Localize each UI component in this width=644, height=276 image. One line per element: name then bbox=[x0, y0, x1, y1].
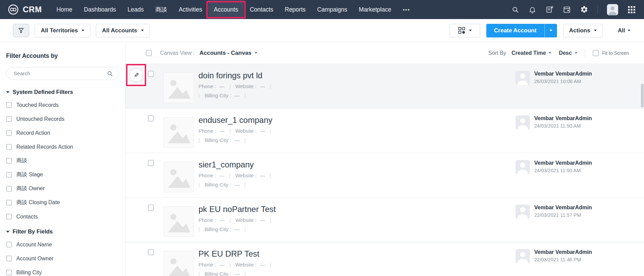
actions-dropdown-button[interactable]: Actions bbox=[563, 24, 603, 37]
sort-field-dropdown[interactable]: Created Time bbox=[511, 50, 551, 56]
notifications-bell-icon[interactable] bbox=[528, 6, 536, 14]
phone-value: — bbox=[220, 173, 225, 178]
list-view-label: All Accounts bbox=[102, 27, 137, 34]
checkbox[interactable] bbox=[6, 256, 12, 261]
filter-account-owner[interactable]: Account Owner bbox=[6, 251, 119, 265]
sort-direction-dropdown[interactable]: Desc bbox=[559, 50, 577, 56]
brand[interactable]: CRM bbox=[7, 0, 42, 19]
filter-shoudan[interactable]: 商談 bbox=[6, 154, 119, 168]
chevron-down-icon bbox=[575, 52, 577, 54]
system-filters-section-header[interactable]: System Defined Filters bbox=[6, 89, 119, 95]
checkbox[interactable] bbox=[6, 186, 12, 192]
vertical-scrollbar[interactable] bbox=[641, 64, 644, 276]
nav-tab-shoudan[interactable]: 商談 bbox=[150, 0, 173, 19]
row-checkbox[interactable] bbox=[148, 249, 154, 255]
nav-tab-activities[interactable]: Activities bbox=[173, 0, 208, 19]
filter-label: Contacts bbox=[16, 214, 38, 220]
checkbox[interactable] bbox=[6, 144, 12, 150]
website-value: — bbox=[260, 128, 265, 134]
filter-by-fields-section-header[interactable]: Filter By Fields bbox=[6, 228, 119, 235]
more-tabs-icon[interactable]: ••• bbox=[397, 0, 416, 19]
filter-shoudan-closing-date[interactable]: 商談 Closing Date bbox=[6, 196, 119, 210]
sort-direction-value: Desc bbox=[559, 50, 572, 56]
account-row[interactable]: pk EU noPartner Test Phone :—| Website :… bbox=[125, 198, 644, 242]
canvas-view-selector-button[interactable] bbox=[450, 24, 480, 37]
create-account-dropdown-button[interactable] bbox=[544, 24, 557, 37]
row-checkbox[interactable] bbox=[148, 205, 154, 211]
owner-name[interactable]: Vembar VembarAdmin bbox=[534, 71, 592, 77]
row-checkbox[interactable] bbox=[148, 160, 154, 166]
nav-tab-home[interactable]: Home bbox=[51, 0, 78, 19]
list-view-dropdown[interactable]: All Accounts bbox=[96, 24, 150, 37]
edit-record-button[interactable]: ✎ bbox=[129, 68, 143, 82]
search-icon[interactable] bbox=[107, 70, 113, 77]
checkbox[interactable] bbox=[6, 214, 12, 220]
account-details-line1: Phone :—| Website :—| bbox=[198, 262, 276, 267]
website-value: — bbox=[260, 217, 265, 223]
owner-name[interactable]: Vembar VembarAdmin bbox=[534, 249, 592, 255]
filter-related-records-action[interactable]: Related Records Action bbox=[6, 140, 119, 154]
filter-sidebar-title: Filter Accounts by bbox=[6, 52, 119, 60]
account-row[interactable]: ✎ doin forings pvt ld Phone :—| Website … bbox=[125, 64, 644, 109]
separator: | bbox=[229, 83, 231, 89]
filter-touched-records[interactable]: Touched Records bbox=[6, 98, 119, 112]
filter-shoudan-stage[interactable]: 商談 Stage bbox=[6, 168, 119, 182]
website-value: — bbox=[260, 83, 265, 89]
checkbox[interactable] bbox=[6, 242, 12, 247]
filter-contacts[interactable]: Contacts bbox=[6, 210, 119, 224]
checkbox[interactable] bbox=[6, 270, 12, 275]
settings-gear-icon[interactable] bbox=[580, 5, 588, 14]
chevron-down-icon bbox=[6, 231, 10, 233]
filter-shoudan-owner[interactable]: 商談 Owner bbox=[6, 182, 119, 196]
filter-funnel-button[interactable] bbox=[13, 24, 29, 37]
account-details-line2: |Billing City :—| bbox=[198, 93, 276, 98]
all-records-dropdown[interactable]: All bbox=[618, 27, 630, 34]
create-account-button[interactable]: Create Account bbox=[486, 24, 544, 37]
checkbox[interactable] bbox=[6, 116, 12, 122]
owner-name[interactable]: Vembar VembarAdmin bbox=[534, 115, 592, 121]
filter-billing-city[interactable]: Billing City bbox=[6, 265, 119, 276]
checkbox[interactable] bbox=[6, 172, 12, 178]
owner-name[interactable]: Vembar VembarAdmin bbox=[534, 205, 592, 211]
account-name-link[interactable]: enduser_1 company bbox=[198, 115, 276, 125]
account-name-link[interactable]: sier1_company bbox=[198, 160, 276, 169]
search-icon[interactable] bbox=[511, 6, 519, 14]
account-name-link[interactable]: doin forings pvt ld bbox=[198, 71, 276, 80]
canvas-view-dropdown[interactable]: Accounts - Canvas bbox=[199, 50, 257, 56]
territories-dropdown[interactable]: All Territories bbox=[35, 24, 90, 37]
owner-name[interactable]: Vembar VembarAdmin bbox=[534, 160, 592, 166]
user-avatar[interactable] bbox=[607, 4, 618, 15]
filter-record-action[interactable]: Record Action bbox=[6, 126, 119, 140]
filter-account-name[interactable]: Account Name bbox=[6, 238, 119, 251]
account-row[interactable]: sier1_company Phone :—| Website :—| |Bil… bbox=[125, 153, 644, 198]
checkbox[interactable] bbox=[6, 130, 12, 136]
edit-button-highlight-box: ✎ bbox=[126, 64, 146, 86]
account-image-placeholder bbox=[163, 117, 194, 148]
checkbox[interactable] bbox=[6, 158, 12, 164]
filter-label: Billing City bbox=[16, 270, 42, 276]
nav-tab-dashboards[interactable]: Dashboards bbox=[78, 0, 122, 19]
row-checkbox[interactable] bbox=[148, 71, 154, 77]
checkbox[interactable] bbox=[6, 102, 12, 108]
account-name-link[interactable]: PK EU DRP Test bbox=[198, 249, 276, 259]
filter-untouched-records[interactable]: Untouched Records bbox=[6, 112, 119, 126]
nav-tab-leads[interactable]: Leads bbox=[122, 0, 150, 19]
select-all-checkbox[interactable] bbox=[146, 50, 152, 56]
nav-tab-accounts[interactable]: Accounts bbox=[208, 0, 244, 19]
account-name-link[interactable]: pk EU noPartner Test bbox=[198, 205, 276, 214]
calendar-icon[interactable] bbox=[563, 5, 571, 14]
account-row[interactable]: enduser_1 company Phone :—| Website :—| … bbox=[125, 109, 644, 153]
fit-to-screen-checkbox[interactable] bbox=[593, 50, 599, 56]
compose-note-icon[interactable] bbox=[545, 5, 554, 14]
account-row[interactable]: PK EU DRP Test Phone :—| Website :—| |Bi… bbox=[125, 242, 644, 276]
nav-tab-reports[interactable]: Reports bbox=[279, 0, 311, 19]
app-launcher-grid-icon[interactable] bbox=[627, 5, 636, 14]
row-checkbox[interactable] bbox=[148, 115, 154, 121]
scrollbar-thumb[interactable] bbox=[641, 84, 644, 108]
nav-tab-contacts[interactable]: Contacts bbox=[244, 0, 279, 19]
nav-tab-marketplace[interactable]: Marketplace bbox=[353, 0, 397, 19]
checkbox[interactable] bbox=[6, 200, 12, 206]
account-details-line1: Phone :—| Website :—| bbox=[198, 217, 276, 223]
nav-tab-campaigns[interactable]: Campaigns bbox=[311, 0, 353, 19]
filter-search-input[interactable] bbox=[13, 70, 107, 77]
